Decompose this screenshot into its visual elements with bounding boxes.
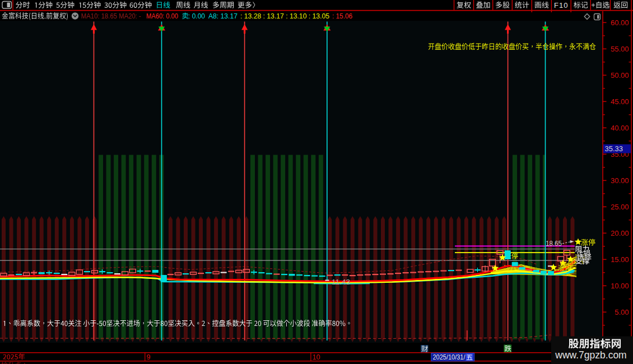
svg-text:60.00: 60.00: [611, 18, 629, 27]
svg-text:15.00: 15.00: [611, 255, 629, 264]
svg-text:9: 9: [147, 353, 151, 361]
svg-text:18.65: 18.65: [546, 240, 562, 248]
svg-text:: 15.06: : 15.06: [332, 12, 352, 20]
svg-text:10.00: 10.00: [611, 282, 629, 290]
svg-text:40.00: 40.00: [611, 124, 629, 132]
svg-text:5.00: 5.00: [615, 308, 629, 316]
svg-text:35.33: 35.33: [605, 144, 623, 153]
svg-text:11.43: 11.43: [332, 278, 350, 286]
svg-text:20.00: 20.00: [611, 229, 629, 237]
svg-text:: 0.00: : 0.00: [188, 12, 205, 20]
svg-text:: 13.28 : 13.17 : 13.10 : 13.0: : 13.28 : 13.17 : 13.10 : 13.05: [240, 12, 329, 20]
svg-text:25.00: 25.00: [611, 203, 629, 211]
svg-text:30.00: 30.00: [611, 176, 629, 185]
svg-text:F10: F10: [554, 1, 568, 10]
svg-text:MA60: 0.00: MA60: 0.00: [146, 12, 178, 20]
svg-text:2025/10/31/: 2025/10/31/: [433, 353, 466, 361]
svg-text:45.00: 45.00: [611, 97, 629, 106]
svg-text:MA10: 18.65 MA20: -: MA10: 18.65 MA20: -: [81, 12, 141, 20]
svg-text:50.00: 50.00: [611, 71, 629, 80]
svg-text:A8: 13.17: A8: 13.17: [208, 12, 238, 20]
svg-text:55.00: 55.00: [611, 45, 629, 53]
svg-text:www.7gpzb.com: www.7gpzb.com: [555, 349, 626, 361]
svg-text:10: 10: [313, 353, 320, 361]
